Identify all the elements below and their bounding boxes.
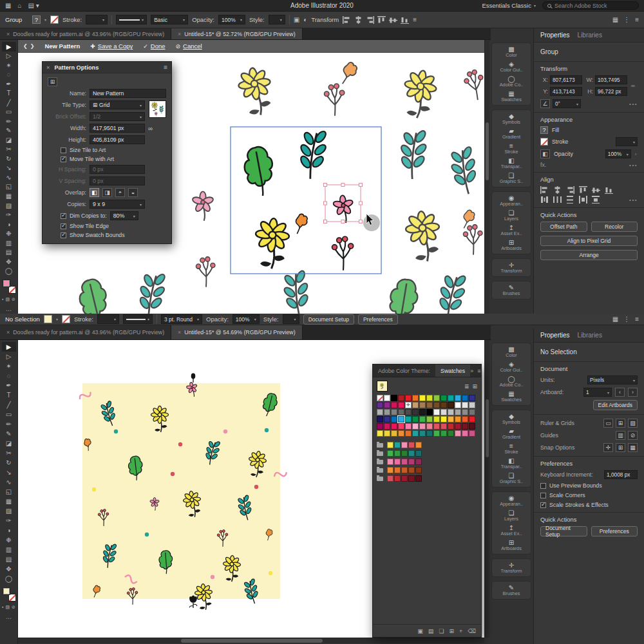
panel-swatches-button[interactable]: ▦Swatches bbox=[492, 389, 531, 404]
align-v-middle-icon[interactable] bbox=[389, 16, 397, 24]
line-segment-tool[interactable]: ╱ bbox=[2, 400, 16, 410]
copies-select[interactable]: 9 x 9▾ bbox=[90, 200, 145, 209]
swatch[interactable] bbox=[377, 395, 383, 401]
snap-grid-icon[interactable]: ✛ bbox=[603, 443, 613, 452]
group-swatch[interactable] bbox=[387, 467, 393, 473]
swatch[interactable] bbox=[469, 430, 475, 437]
align-h-right-icon[interactable] bbox=[566, 186, 574, 194]
grid-icon[interactable]: ⊞ bbox=[616, 419, 625, 428]
doodle-sprig[interactable] bbox=[134, 269, 169, 314]
swatch[interactable] bbox=[448, 430, 454, 437]
home-icon[interactable]: ⌂ bbox=[17, 2, 21, 9]
isolate-icon[interactable]: ▣ bbox=[294, 16, 299, 23]
dock-options-icon[interactable]: ⋮ bbox=[623, 16, 630, 23]
doodle-dot[interactable] bbox=[269, 571, 272, 575]
align-h-right-icon[interactable] bbox=[366, 16, 374, 24]
swatch[interactable] bbox=[440, 416, 447, 422]
group-swatch[interactable] bbox=[401, 450, 408, 457]
swatch[interactable] bbox=[440, 409, 447, 415]
eraser-tool[interactable]: ◪ bbox=[2, 439, 16, 448]
distribute-dist-2-icon[interactable] bbox=[553, 196, 562, 204]
overlap-bottom-icon[interactable]: ◒ bbox=[128, 188, 138, 197]
close-tab-icon[interactable]: × bbox=[6, 31, 10, 37]
swatch[interactable] bbox=[391, 423, 397, 430]
panel-asset-export-button[interactable]: ↥Asset Ex.. bbox=[492, 523, 531, 538]
swatch[interactable] bbox=[391, 402, 397, 408]
doodle-sprig[interactable] bbox=[397, 128, 429, 180]
panel-transparency-button[interactable]: ◧Transpar.. bbox=[492, 456, 531, 471]
tile-type-select[interactable]: ⊞ Grid▾ bbox=[90, 100, 145, 109]
swatch[interactable] bbox=[462, 409, 468, 415]
group-swatch[interactable] bbox=[387, 442, 393, 448]
toolbar-more-icon[interactable]: ⋯ bbox=[6, 615, 12, 621]
group-swatch[interactable] bbox=[415, 459, 422, 465]
swatch[interactable] bbox=[391, 409, 397, 415]
group-swatch[interactable] bbox=[415, 467, 422, 473]
swatch[interactable] bbox=[412, 395, 419, 401]
workspace-icon[interactable]: ≡ bbox=[635, 316, 639, 323]
doodle-leaf[interactable] bbox=[387, 278, 420, 314]
stock-search-input[interactable]: Search Adobe Stock bbox=[542, 1, 639, 10]
swatch[interactable] bbox=[398, 395, 404, 401]
overlap-left-icon[interactable]: ◧ bbox=[90, 188, 99, 197]
offset-path-button[interactable]: Offset Path bbox=[540, 222, 587, 232]
pattern-prev-icon[interactable]: ❮ bbox=[23, 43, 28, 49]
panel-adobe-color-button[interactable]: ◯Adobe Co.. bbox=[492, 74, 531, 89]
panel-color-button[interactable]: ▩Color bbox=[492, 345, 531, 359]
panel-transform-button[interactable]: ✛Transform bbox=[492, 260, 531, 275]
toolbar-more-icon[interactable]: ⋯ bbox=[6, 307, 12, 314]
gradient-tool[interactable]: ▨ bbox=[2, 506, 16, 516]
panel-artboards-button[interactable]: ⊞Artboards bbox=[492, 538, 531, 553]
color-group-folder-icon[interactable] bbox=[377, 443, 383, 448]
pencil-tool[interactable]: ✎ bbox=[2, 429, 16, 439]
fill-color-well[interactable] bbox=[44, 315, 52, 323]
group-swatch[interactable] bbox=[394, 459, 401, 465]
preferences-button[interactable]: Preferences bbox=[591, 526, 638, 536]
swatch[interactable] bbox=[419, 423, 426, 430]
direct-selection-tool[interactable]: ▷ bbox=[2, 52, 16, 61]
swatch[interactable] bbox=[426, 395, 433, 401]
transparency-grid-icon[interactable]: ▨ bbox=[628, 419, 638, 428]
swatch[interactable] bbox=[405, 423, 412, 430]
swatch[interactable] bbox=[469, 402, 475, 408]
more-options-icon[interactable]: ≡ bbox=[413, 16, 417, 23]
doodle-berry[interactable] bbox=[332, 236, 354, 270]
document-tab-active[interactable]: ×Untitled-15* @ 52.72% (RGB/GPU Preview) bbox=[171, 28, 303, 39]
mesh-tool[interactable]: ▦ bbox=[2, 191, 16, 201]
swatch[interactable] bbox=[398, 409, 404, 415]
swatch[interactable] bbox=[398, 416, 404, 422]
shape-builder-tool[interactable]: ◱ bbox=[2, 182, 16, 192]
eyedropper-tool[interactable]: ✑ bbox=[2, 210, 16, 220]
swatch[interactable] bbox=[440, 395, 447, 401]
swatch[interactable] bbox=[384, 395, 390, 401]
doodle-berry[interactable] bbox=[463, 225, 482, 255]
cancel-button[interactable]: ⊘Cancel bbox=[176, 43, 202, 50]
swatch[interactable] bbox=[426, 416, 433, 422]
link-dimensions-icon[interactable]: ∞ bbox=[629, 82, 637, 89]
group-swatch[interactable] bbox=[394, 442, 401, 448]
scissors-tool[interactable]: ✂ bbox=[2, 145, 16, 155]
document-tab[interactable]: ×Doodles ready for pattern.ai @ 43.96% (… bbox=[0, 28, 171, 39]
color-group-folder-icon[interactable] bbox=[377, 451, 383, 456]
gradient-tool[interactable]: ▨ bbox=[2, 201, 16, 211]
close-tab-icon[interactable]: × bbox=[178, 31, 181, 37]
variable-width-select[interactable]: ▾ bbox=[116, 15, 147, 24]
swatch[interactable] bbox=[455, 402, 461, 408]
h-input[interactable]: 96,722 px bbox=[595, 87, 627, 96]
symbol-sprayer-tool[interactable]: ❉ bbox=[2, 535, 16, 545]
rotate-input[interactable]: 0°▾ bbox=[553, 99, 581, 108]
new-swatch-icon[interactable]: + bbox=[459, 628, 462, 634]
gradient-mode-icon[interactable]: ▨ bbox=[5, 605, 10, 610]
pen-tool[interactable]: ✒ bbox=[2, 79, 16, 89]
size-tile-checkbox[interactable] bbox=[61, 147, 66, 153]
gradient-mode-icon[interactable]: ▨ bbox=[5, 297, 10, 302]
arrange-button[interactable]: Arrange bbox=[540, 250, 638, 260]
doodle-dot[interactable] bbox=[254, 485, 258, 489]
fill-stroke-swatches[interactable] bbox=[2, 279, 16, 294]
workspace-switcher[interactable]: Essentials Classic▾ bbox=[482, 2, 536, 9]
align-pixel-grid-button[interactable]: Align to Pixel Grid bbox=[540, 236, 638, 246]
snap-pixel-icon[interactable]: ⊞ bbox=[616, 443, 625, 452]
selection-handle[interactable] bbox=[324, 202, 327, 205]
swatch[interactable] bbox=[377, 430, 383, 437]
doodle-maple[interactable] bbox=[292, 213, 308, 236]
